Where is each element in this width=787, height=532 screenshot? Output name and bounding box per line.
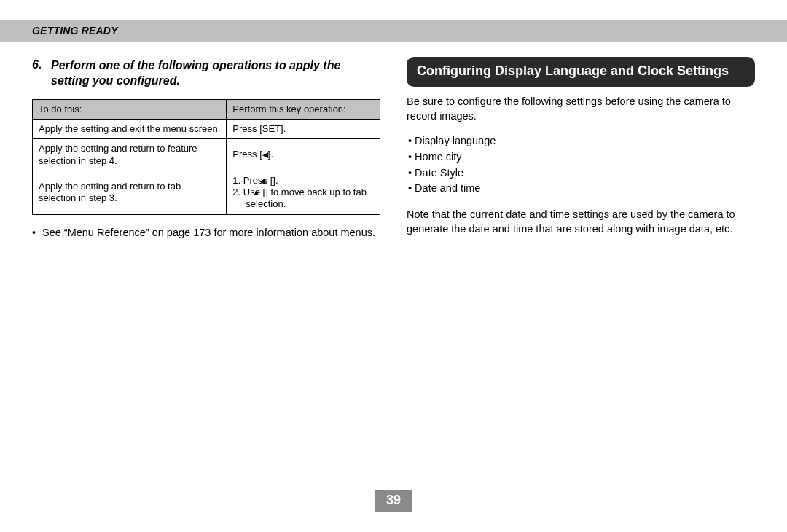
cell-todo: Apply the setting and exit the menu scre… — [33, 120, 227, 139]
step-number: 6. — [32, 57, 48, 73]
bullet-icon: • — [32, 225, 42, 240]
left-note: •See “Menu Reference” on page 173 for mo… — [32, 225, 380, 240]
cell-op: Press [◀]. — [227, 139, 380, 171]
section-header-label: GETTING READY — [32, 25, 118, 36]
table-row: Apply the setting and return to feature … — [33, 139, 380, 171]
step-heading: 6. Perform one of the following operatio… — [32, 57, 380, 89]
cell-todo: Apply the setting and return to tab sele… — [33, 171, 227, 214]
cell-op: Press [SET]. — [227, 120, 380, 139]
left-note-text: See “Menu Reference” on page 173 for mor… — [42, 227, 375, 238]
table-row: Apply the setting and return to tab sele… — [33, 171, 380, 214]
col-header-todo: To do this: — [33, 99, 227, 119]
operations-table: To do this: Perform this key operation: … — [32, 99, 380, 215]
table-header-row: To do this: Perform this key operation: — [33, 99, 380, 119]
list-item: Display language — [408, 133, 755, 149]
settings-list: Display language Home city Date Style Da… — [407, 133, 755, 197]
table-row: Apply the setting and exit the menu scre… — [33, 120, 380, 139]
op-text-post: ]. — [268, 149, 273, 160]
left-arrow-icon: ◀ — [262, 151, 268, 159]
right-column: Configuring Display Language and Clock S… — [407, 57, 755, 481]
cell-op: 1. Press [◀]. 2. Use [▲] to move back up… — [227, 171, 380, 214]
col-header-op: Perform this key operation: — [227, 99, 380, 119]
list-item: Date and time — [408, 181, 755, 197]
left-column: 6. Perform one of the following operatio… — [32, 57, 380, 481]
list-item: Home city — [408, 149, 755, 165]
op-text-post: ]. — [273, 175, 278, 186]
op-step-2: 2. Use [▲] to move back up to tab select… — [232, 187, 374, 211]
right-section-title: Configuring Display Language and Clock S… — [407, 57, 755, 87]
cell-todo: Apply the setting and return to feature … — [33, 139, 227, 171]
right-note: Note that the current date and time sett… — [407, 207, 755, 237]
right-intro: Be sure to configure the following setti… — [407, 94, 755, 124]
op-step-1: 1. Press [◀]. — [232, 175, 374, 187]
list-item: Date Style — [408, 165, 755, 181]
op-text-pre: Press [ — [232, 149, 262, 160]
op-text-pre: 2. Use [ — [232, 187, 265, 197]
page-number: 39 — [375, 490, 412, 512]
section-header-bar: GETTING READY — [0, 20, 787, 42]
op-text-pre: 1. Press [ — [232, 175, 273, 186]
step-text: Perform one of the following operations … — [51, 58, 380, 89]
manual-page: GETTING READY 6. Perform one of the foll… — [0, 0, 787, 532]
content-columns: 6. Perform one of the following operatio… — [32, 57, 755, 481]
